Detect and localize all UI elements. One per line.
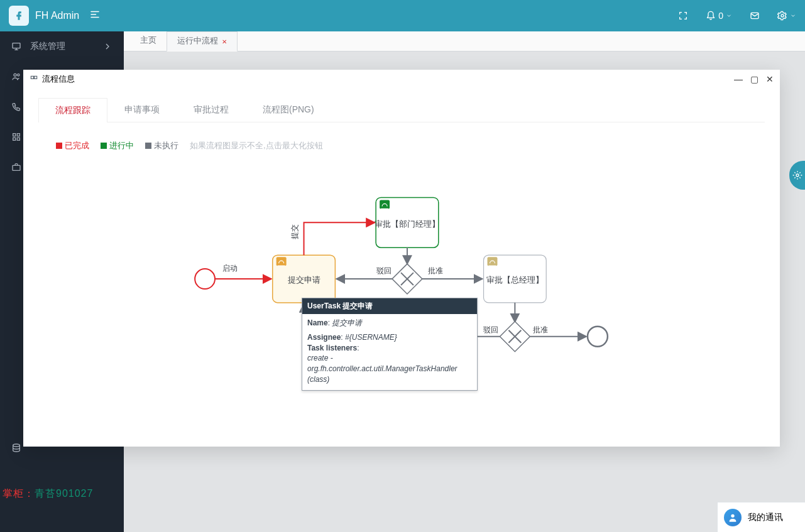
label-reject1: 驳回 [376, 266, 392, 275]
brand-name: FH Admin [35, 10, 79, 21]
svg-text:提交申请: 提交申请 [288, 275, 320, 285]
label-submit: 提交 [290, 224, 299, 239]
contacts-label: 我的通讯 [748, 512, 783, 523]
svg-rect-10 [13, 134, 16, 136]
svg-point-8 [14, 73, 16, 76]
legend-todo: 未执行 [154, 140, 178, 151]
settings-icon[interactable] [777, 11, 796, 21]
notifications-icon[interactable]: 0 [706, 11, 732, 21]
close-icon[interactable]: ✕ [766, 74, 774, 84]
svg-point-15 [13, 444, 20, 447]
maximize-icon[interactable]: ▢ [750, 74, 758, 84]
chevron-right-icon [102, 41, 112, 52]
sidebar-item-system[interactable]: 系统管理 [0, 31, 124, 62]
window-icon [30, 75, 38, 84]
contacts-widget[interactable]: 我的通讯 [717, 502, 805, 532]
label-reject2: 驳回 [483, 325, 498, 334]
svg-text:审批【部门经理】: 审批【部门经理】 [375, 219, 440, 229]
svg-rect-22 [380, 200, 390, 209]
minimize-icon[interactable]: — [734, 74, 743, 84]
gateway-2 [500, 322, 530, 352]
svg-rect-12 [13, 138, 16, 140]
top-actions: 0 [678, 11, 796, 21]
svg-rect-13 [17, 138, 19, 140]
modal-titlebar: 流程信息 — ▢ ✕ [23, 70, 780, 89]
fullscreen-icon[interactable] [678, 11, 688, 21]
svg-rect-17 [31, 76, 33, 79]
notif-count: 0 [718, 11, 723, 21]
watermark: 掌柜：青苔901027 [3, 487, 93, 501]
svg-point-37 [731, 514, 734, 517]
modal-title: 流程信息 [42, 73, 75, 85]
users-icon [11, 72, 21, 82]
legend-done: 已完成 [65, 140, 89, 151]
briefcase-icon [11, 162, 21, 172]
svg-point-9 [18, 74, 19, 76]
svg-point-16 [796, 174, 799, 176]
start-event [195, 269, 215, 289]
label-approve1: 批准 [428, 266, 443, 275]
svg-text:审批【总经理】: 审批【总经理】 [486, 275, 544, 285]
svg-rect-30 [488, 257, 498, 266]
menu-toggle-icon[interactable] [89, 9, 101, 23]
mail-icon[interactable] [750, 11, 760, 21]
database-icon [11, 443, 21, 453]
tooltip-title: UserTask 提交申请 [302, 298, 477, 314]
svg-rect-20 [277, 257, 287, 266]
svg-rect-18 [35, 76, 37, 79]
monitor-icon [11, 41, 21, 52]
tab-trace[interactable]: 流程跟踪 [38, 98, 107, 122]
svg-point-4 [781, 14, 784, 17]
task-tooltip: UserTask 提交申请 Name: 提交申请 Assignee: #{USE… [302, 298, 478, 391]
tab-approve[interactable]: 审批过程 [177, 97, 246, 122]
label-start: 启动 [222, 264, 238, 273]
sidebar-item-label: 系统管理 [30, 41, 65, 52]
brand-logo [9, 6, 29, 26]
svg-rect-11 [17, 134, 19, 136]
grid-icon [11, 132, 21, 142]
avatar-icon [724, 509, 742, 526]
tab-png[interactable]: 流程图(PNG) [246, 97, 331, 122]
label-approve2: 批准 [533, 325, 548, 334]
phone-icon [11, 102, 21, 112]
svg-rect-14 [13, 165, 20, 170]
end-event [588, 327, 608, 347]
topbar: FH Admin 0 [0, 0, 805, 31]
legend-doing: 进行中 [109, 140, 134, 151]
svg-rect-5 [13, 43, 20, 48]
modal-tabs: 流程跟踪 申请事项 审批过程 流程图(PNG) [38, 97, 765, 122]
legend-hint: 如果流程图显示不全,点击最大化按钮 [190, 140, 323, 151]
legend: 已完成 进行中 未执行 如果流程图显示不全,点击最大化按钮 [56, 140, 765, 151]
gateway-1 [392, 264, 422, 294]
tab-apply[interactable]: 申请事项 [107, 97, 177, 122]
